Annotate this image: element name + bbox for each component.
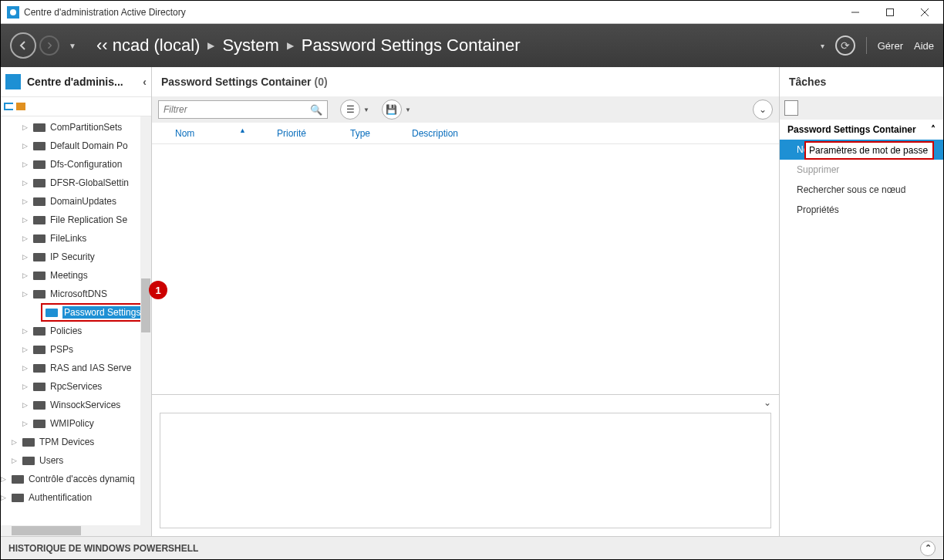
folder-icon — [33, 160, 46, 169]
tree-item[interactable]: ▷Authentification — [1, 488, 151, 507]
tree-item[interactable]: ▷Users — [1, 451, 151, 470]
folder-icon — [33, 216, 46, 224]
tree-item[interactable]: Password Settings — [41, 303, 144, 322]
scrollbar-thumb[interactable] — [12, 526, 81, 535]
folder-icon — [33, 272, 46, 280]
expand-icon[interactable]: ▷ — [22, 179, 28, 187]
nav-forward-button[interactable] — [39, 35, 59, 56]
tree-item-label: DomainUpdates — [50, 196, 116, 207]
column-type[interactable]: Type — [350, 128, 412, 139]
close-button[interactable] — [907, 1, 942, 24]
tree-item[interactable]: ▷DFSR-GlobalSettin — [1, 174, 151, 192]
help-link[interactable]: Aide — [914, 40, 934, 52]
dropdown-icon[interactable]: ▼ — [405, 106, 411, 113]
expand-icon[interactable]: ▷ — [22, 234, 28, 242]
breadcrumb-separator-icon: ▶ — [207, 40, 214, 51]
nav-history-dropdown[interactable]: ▼ — [69, 42, 76, 50]
dropdown-icon[interactable]: ▼ — [363, 106, 369, 113]
expand-icon[interactable]: ▷ — [22, 401, 28, 409]
column-description[interactable]: Description — [412, 128, 770, 139]
breadcrumb-dropdown-icon[interactable]: ▾ — [821, 42, 824, 50]
folder-icon — [33, 179, 46, 187]
expand-icon[interactable]: ▷ — [22, 420, 28, 427]
expand-icon[interactable]: ▷ — [22, 364, 28, 372]
view-options-button[interactable]: ☰ — [340, 100, 360, 120]
expand-icon[interactable]: ▷ — [22, 346, 28, 353]
sidebar-title: Centre d'adminis... — [27, 76, 123, 88]
refresh-button[interactable]: ⟳ — [835, 35, 855, 56]
manage-link[interactable]: Gérer — [878, 40, 903, 52]
tree-item[interactable]: ▷WinsockServices — [1, 396, 151, 414]
tree-item[interactable]: ▷Policies — [1, 322, 151, 340]
details-toggle[interactable]: ⌄ — [152, 394, 779, 410]
breadcrumb-root[interactable]: ‹‹ ncad (local) — [96, 35, 201, 56]
folder-icon — [12, 475, 24, 484]
tree-item[interactable]: ▷File Replication Se — [1, 211, 151, 229]
content-header: Password Settings Container (0) — [152, 67, 779, 96]
expand-icon[interactable]: ▷ — [12, 438, 17, 446]
tree-horizontal-scrollbar[interactable] — [1, 525, 151, 536]
tree-item[interactable]: ▷ComPartitionSets — [1, 118, 151, 137]
expand-icon[interactable]: ▷ — [22, 142, 28, 150]
expand-icon[interactable]: ▷ — [22, 160, 28, 168]
sidebar-app-icon — [5, 74, 21, 89]
expand-icon[interactable]: ▷ — [22, 123, 28, 131]
tree-item[interactable]: ▷DomainUpdates — [1, 192, 151, 211]
filter-input[interactable] — [164, 104, 310, 115]
minimize-button[interactable] — [838, 1, 872, 24]
tree-item-label: Default Domain Po — [50, 140, 128, 151]
expand-icon[interactable]: ▷ — [22, 253, 28, 261]
expand-icon[interactable]: ▷ — [12, 457, 17, 464]
folder-icon — [33, 197, 46, 206]
sidebar-view-list-icon[interactable] — [4, 103, 13, 110]
filter-box[interactable]: 🔍 — [158, 100, 328, 119]
column-name[interactable]: Nom▲ — [161, 128, 277, 139]
tree-item[interactable]: ▷TPM Devices — [1, 433, 151, 451]
folder-icon — [33, 420, 46, 428]
tree-item[interactable]: ▷FileLinks — [1, 229, 151, 248]
content-count: (0) — [314, 76, 327, 88]
footer-expand-button[interactable]: ⌃ — [920, 541, 936, 556]
task-item[interactable]: Rechercher sous ce nœud — [780, 180, 943, 200]
tasks-section-header[interactable]: Password Settings Container ˄ — [780, 120, 943, 140]
expand-icon[interactable]: ▷ — [1, 475, 6, 483]
expand-toolbar-button[interactable]: ⌄ — [753, 100, 773, 120]
expand-icon[interactable]: ▷ — [22, 383, 28, 390]
task-item[interactable]: Propriétés — [780, 200, 943, 220]
tree-item[interactable]: ▷RpcServices — [1, 377, 151, 396]
folder-icon — [33, 401, 46, 410]
expand-icon[interactable]: ▷ — [22, 197, 28, 205]
expand-icon[interactable]: ▷ — [22, 290, 28, 298]
tree-item[interactable]: ▷MicrosoftDNS — [1, 285, 151, 303]
tree-item[interactable]: ▷Dfs-Configuration — [1, 155, 151, 174]
search-icon[interactable]: 🔍 — [310, 104, 322, 116]
submenu-flyout[interactable]: Paramètres de mot de passe — [804, 141, 934, 160]
breadcrumb-system[interactable]: System — [222, 35, 278, 56]
nav-back-button[interactable] — [10, 32, 36, 59]
tree-item[interactable]: ▷PSPs — [1, 340, 151, 359]
expand-icon[interactable]: ▷ — [22, 216, 28, 224]
tree-item[interactable]: ▷Meetings — [1, 266, 151, 285]
clipboard-icon[interactable] — [784, 100, 798, 116]
content-pane: Password Settings Container (0) 🔍 ☰▼ 💾▼ … — [152, 67, 780, 536]
folder-icon — [33, 234, 46, 243]
tree-item[interactable]: ▷WMIPolicy — [1, 414, 151, 433]
expand-icon[interactable]: ▷ — [22, 327, 28, 335]
maximize-button[interactable] — [872, 1, 907, 24]
main-area: Centre d'adminis... ‹ ▷ComPartitionSets▷… — [1, 67, 943, 536]
tree-item[interactable]: ▷RAS and IAS Serve — [1, 359, 151, 377]
expand-icon[interactable]: ▷ — [1, 494, 6, 501]
column-priority[interactable]: Priorité — [277, 128, 350, 139]
tree-item[interactable]: ▷Default Domain Po — [1, 137, 151, 155]
save-query-button[interactable]: 💾 — [382, 100, 402, 120]
tree-item[interactable]: ▷IP Security — [1, 248, 151, 266]
tree-vertical-scrollbar[interactable] — [140, 116, 151, 525]
tree-item[interactable]: ▷Contrôle d'accès dynamiq — [1, 470, 151, 488]
task-item-label: Propriétés — [797, 204, 839, 215]
tree-item-label: Policies — [50, 326, 82, 336]
grid-header: Nom▲ Priorité Type Description — [152, 123, 779, 144]
sidebar-collapse-icon[interactable]: ‹ — [143, 76, 147, 88]
sidebar-view-tree-icon[interactable] — [16, 103, 25, 110]
breadcrumb-leaf[interactable]: Password Settings Container — [302, 35, 521, 56]
expand-icon[interactable]: ▷ — [22, 272, 28, 279]
